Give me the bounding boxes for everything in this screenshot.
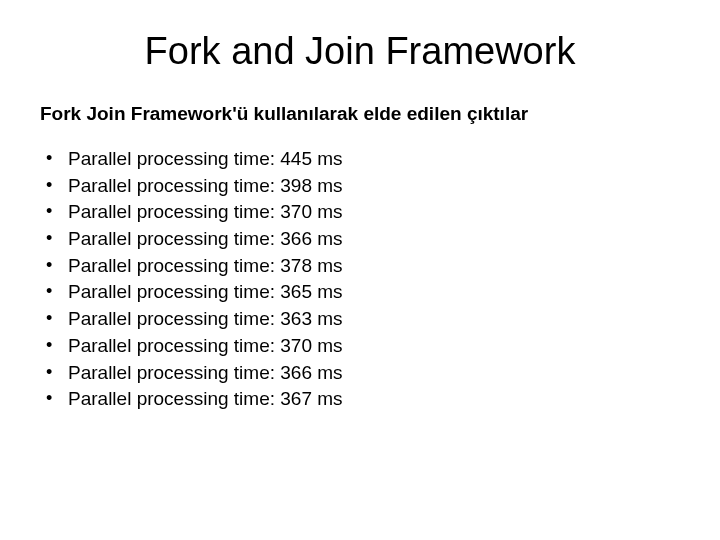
- slide-container: Fork and Join Framework Fork Join Framew…: [0, 0, 720, 540]
- slide-title: Fork and Join Framework: [40, 30, 680, 73]
- list-item: Parallel processing time: 370 ms: [40, 334, 680, 359]
- list-item: Parallel processing time: 378 ms: [40, 254, 680, 279]
- slide-subtitle: Fork Join Framework'ü kullanılarak elde …: [40, 103, 680, 125]
- output-list: Parallel processing time: 445 ms Paralle…: [40, 147, 680, 412]
- list-item: Parallel processing time: 445 ms: [40, 147, 680, 172]
- list-item: Parallel processing time: 366 ms: [40, 361, 680, 386]
- list-item: Parallel processing time: 366 ms: [40, 227, 680, 252]
- list-item: Parallel processing time: 363 ms: [40, 307, 680, 332]
- list-item: Parallel processing time: 365 ms: [40, 280, 680, 305]
- list-item: Parallel processing time: 398 ms: [40, 174, 680, 199]
- list-item: Parallel processing time: 370 ms: [40, 200, 680, 225]
- list-item: Parallel processing time: 367 ms: [40, 387, 680, 412]
